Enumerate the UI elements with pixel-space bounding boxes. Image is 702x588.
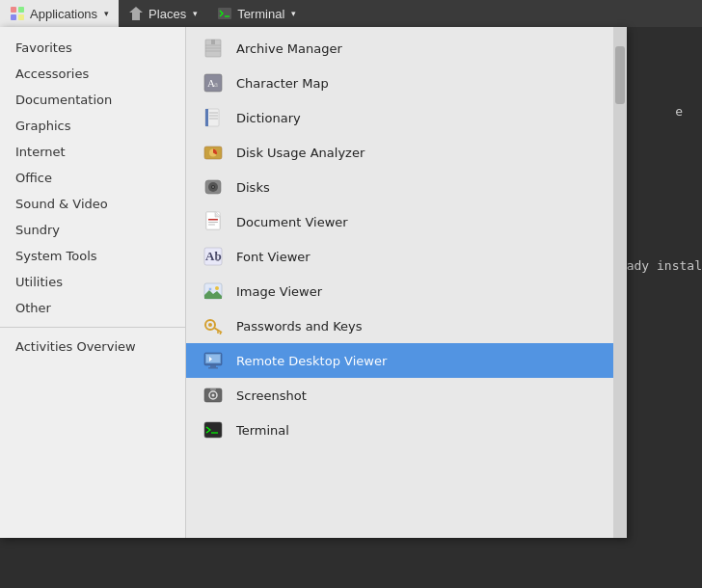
sidebar-item-documentation[interactable]: Documentation — [0, 87, 185, 113]
passwords-and-keys-label: Passwords and Keys — [236, 319, 363, 334]
character-map-label: Character Map — [236, 76, 329, 91]
svg-rect-3 — [18, 14, 24, 20]
sidebar-item-office[interactable]: Office — [0, 165, 185, 191]
terminal-app-icon-wrap — [202, 418, 225, 441]
archive-manager-label: Archive Manager — [236, 41, 342, 56]
disks-icon-wrap — [202, 175, 225, 199]
terminal-text2: ady instal — [627, 258, 702, 273]
disk-usage-analyzer-icon-wrap — [202, 141, 225, 164]
sidebar-item-accessories[interactable]: Accessories — [0, 61, 185, 87]
sidebar-item-internet[interactable]: Internet — [0, 139, 185, 165]
document-viewer-icon — [202, 211, 224, 232]
applications-label: Applications — [30, 7, 97, 21]
image-viewer-icon-wrap — [202, 280, 225, 303]
terminal-menu-btn[interactable]: Terminal ▾ — [207, 0, 306, 27]
applications-menu-btn[interactable]: Applications ▾ — [0, 0, 119, 27]
terminal-label: Terminal — [237, 7, 284, 21]
archive-manager-icon-wrap — [202, 37, 225, 60]
svg-rect-28 — [208, 225, 215, 226]
terminal-app-icon — [202, 419, 224, 441]
screenshot-icon-wrap — [202, 384, 225, 407]
sidebar-item-activities[interactable]: Activities Overview — [0, 334, 185, 360]
disk-usage-analyzer-label: Disk Usage Analyzer — [236, 146, 364, 160]
svg-rect-44 — [208, 367, 218, 369]
places-label: Places — [148, 7, 186, 21]
svg-rect-7 — [211, 40, 215, 44]
app-item-screenshot[interactable]: Screenshot — [186, 378, 613, 413]
sidebar-item-graphics[interactable]: Graphics — [0, 113, 185, 139]
archive-manager-icon — [202, 38, 224, 59]
svg-point-48 — [212, 394, 215, 397]
svg-rect-15 — [205, 109, 208, 126]
app-list: Archive Manager A a Character Map — [186, 27, 613, 538]
app-list-scrollbar[interactable] — [613, 27, 627, 538]
image-viewer-icon — [202, 281, 224, 302]
sidebar-item-favorites[interactable]: Favorites — [0, 35, 185, 61]
svg-rect-1 — [18, 7, 24, 13]
terminal-icon — [217, 6, 232, 21]
document-viewer-icon-wrap — [202, 210, 225, 233]
topbar: Applications ▾ Places ▾ Terminal ▾ — [0, 0, 702, 27]
dictionary-icon-wrap — [202, 106, 225, 129]
sidebar-item-system-tools[interactable]: System Tools — [0, 243, 185, 269]
dictionary-label: Dictionary — [236, 111, 301, 125]
applications-arrow: ▾ — [104, 9, 109, 18]
svg-rect-50 — [204, 422, 222, 438]
svg-rect-43 — [210, 365, 216, 367]
svg-point-33 — [215, 286, 219, 290]
app-item-character-map[interactable]: A a Character Map — [186, 66, 613, 100]
document-viewer-label: Document Viewer — [236, 215, 348, 229]
app-item-archive-manager[interactable]: Archive Manager — [186, 31, 613, 66]
applications-dropdown: Favorites Accessories Documentation Grap… — [0, 27, 627, 538]
svg-text:C: C — [215, 254, 220, 263]
sidebar-item-sundry[interactable]: Sundry — [0, 217, 185, 243]
app-item-remote-desktop-viewer[interactable]: Remote Desktop Viewer — [186, 343, 613, 378]
app-item-disks[interactable]: Disks — [186, 170, 613, 204]
svg-rect-45 — [206, 355, 220, 362]
places-icon — [128, 6, 144, 21]
svg-point-40 — [208, 323, 212, 327]
svg-text:a: a — [214, 79, 218, 89]
svg-rect-49 — [210, 388, 216, 390]
screenshot-label: Screenshot — [236, 388, 307, 403]
content-area: e ady instal Favorites Accessories Docum… — [0, 27, 702, 588]
app-item-document-viewer[interactable]: Document Viewer — [186, 204, 613, 239]
dictionary-icon — [202, 107, 224, 128]
svg-rect-4 — [218, 8, 231, 19]
disks-icon — [202, 176, 224, 198]
scrollbar-thumb[interactable] — [615, 46, 625, 104]
terminal-arrow: ▾ — [291, 9, 296, 18]
svg-point-35 — [209, 288, 211, 290]
places-menu-btn[interactable]: Places ▾ — [119, 0, 207, 27]
svg-rect-2 — [11, 14, 16, 20]
remote-desktop-viewer-icon-wrap — [202, 349, 225, 372]
terminal-app-label: Terminal — [236, 423, 289, 438]
sidebar-item-utilities[interactable]: Utilities — [0, 269, 185, 295]
disk-usage-analyzer-icon — [202, 142, 224, 163]
sidebar-divider — [0, 327, 185, 328]
app-item-disk-usage-analyzer[interactable]: Disk Usage Analyzer — [186, 135, 613, 170]
svg-point-24 — [212, 186, 214, 188]
screenshot-icon — [202, 385, 224, 406]
svg-rect-0 — [11, 7, 16, 13]
app-item-passwords-and-keys[interactable]: Passwords and Keys — [186, 308, 613, 343]
font-viewer-icon-wrap: Ab C — [202, 245, 225, 268]
character-map-icon-wrap: A a — [202, 71, 225, 94]
app-item-font-viewer[interactable]: Ab C Font Viewer — [186, 239, 613, 274]
image-viewer-label: Image Viewer — [236, 284, 322, 299]
remote-desktop-viewer-icon — [202, 350, 224, 371]
font-viewer-label: Font Viewer — [236, 250, 310, 264]
character-map-icon: A a — [202, 72, 224, 94]
sidebar-item-sound-video[interactable]: Sound & Video — [0, 191, 185, 217]
passwords-and-keys-icon — [202, 315, 224, 336]
remote-desktop-viewer-label: Remote Desktop Viewer — [236, 354, 387, 368]
sidebar-item-other[interactable]: Other — [0, 295, 185, 321]
app-item-image-viewer[interactable]: Image Viewer — [186, 274, 613, 308]
terminal-text1: e — [675, 104, 683, 119]
svg-rect-27 — [208, 222, 218, 223]
app-item-terminal[interactable]: Terminal — [186, 413, 613, 447]
app-item-dictionary[interactable]: Dictionary — [186, 100, 613, 135]
svg-rect-26 — [208, 219, 218, 221]
sidebar: Favorites Accessories Documentation Grap… — [0, 27, 186, 538]
applications-icon — [10, 6, 25, 21]
